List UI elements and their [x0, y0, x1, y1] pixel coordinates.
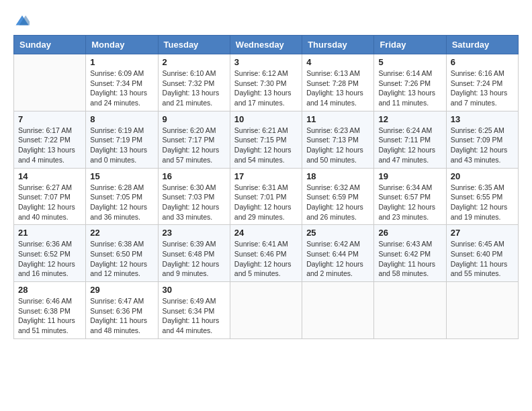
- day-info: Sunrise: 6:13 AMSunset: 7:28 PMDaylight:…: [306, 68, 369, 108]
- day-number: 30: [163, 285, 226, 295]
- day-number: 14: [18, 171, 81, 181]
- day-info: Sunrise: 6:39 AMSunset: 6:48 PMDaylight:…: [163, 239, 226, 279]
- calendar-day-cell: 2Sunrise: 6:10 AMSunset: 7:32 PMDaylight…: [158, 54, 230, 111]
- day-number: 9: [163, 114, 226, 124]
- day-number: 18: [306, 171, 369, 181]
- day-number: 2: [163, 57, 226, 67]
- day-number: 29: [90, 285, 153, 295]
- day-number: 16: [163, 171, 226, 181]
- day-info: Sunrise: 6:14 AMSunset: 7:26 PMDaylight:…: [378, 68, 441, 108]
- calendar-day-cell: 1Sunrise: 6:09 AMSunset: 7:34 PMDaylight…: [86, 54, 158, 111]
- day-info: Sunrise: 6:17 AMSunset: 7:22 PMDaylight:…: [18, 126, 81, 165]
- calendar-day-cell: [14, 54, 86, 111]
- calendar-day-cell: 18Sunrise: 6:32 AMSunset: 6:59 PMDayligh…: [302, 168, 374, 225]
- calendar-day-cell: [302, 282, 374, 339]
- weekday-header-tuesday: Tuesday: [158, 36, 230, 54]
- day-info: Sunrise: 6:41 AMSunset: 6:46 PMDaylight:…: [234, 239, 298, 279]
- logo: [13, 13, 30, 28]
- calendar-week-row: 21Sunrise: 6:36 AMSunset: 6:52 PMDayligh…: [14, 225, 519, 282]
- day-number: 3: [234, 57, 298, 67]
- day-info: Sunrise: 6:19 AMSunset: 7:19 PMDaylight:…: [90, 126, 153, 165]
- day-number: 5: [378, 57, 441, 67]
- day-info: Sunrise: 6:45 AMSunset: 6:40 PMDaylight:…: [451, 239, 514, 279]
- page-header: [13, 13, 519, 28]
- calendar-day-cell: 10Sunrise: 6:21 AMSunset: 7:15 PMDayligh…: [230, 111, 302, 168]
- day-number: 28: [18, 285, 81, 295]
- calendar-day-cell: 8Sunrise: 6:19 AMSunset: 7:19 PMDaylight…: [86, 111, 158, 168]
- weekday-header-thursday: Thursday: [302, 36, 374, 54]
- calendar-day-cell: 19Sunrise: 6:34 AMSunset: 6:57 PMDayligh…: [374, 168, 446, 225]
- day-number: 8: [90, 114, 153, 124]
- day-info: Sunrise: 6:10 AMSunset: 7:32 PMDaylight:…: [163, 68, 226, 108]
- weekday-header-monday: Monday: [86, 36, 158, 54]
- day-number: 12: [378, 114, 441, 124]
- calendar-day-cell: 20Sunrise: 6:35 AMSunset: 6:55 PMDayligh…: [446, 168, 518, 225]
- calendar-day-cell: 27Sunrise: 6:45 AMSunset: 6:40 PMDayligh…: [446, 225, 518, 282]
- calendar-day-cell: 9Sunrise: 6:20 AMSunset: 7:17 PMDaylight…: [158, 111, 230, 168]
- day-number: 24: [234, 228, 298, 238]
- calendar-week-row: 14Sunrise: 6:27 AMSunset: 7:07 PMDayligh…: [14, 168, 519, 225]
- calendar-day-cell: 4Sunrise: 6:13 AMSunset: 7:28 PMDaylight…: [302, 54, 374, 111]
- calendar-day-cell: [446, 282, 518, 339]
- day-info: Sunrise: 6:27 AMSunset: 7:07 PMDaylight:…: [18, 183, 81, 222]
- day-number: 21: [18, 228, 81, 238]
- calendar-day-cell: 24Sunrise: 6:41 AMSunset: 6:46 PMDayligh…: [230, 225, 302, 282]
- calendar-day-cell: 7Sunrise: 6:17 AMSunset: 7:22 PMDaylight…: [14, 111, 86, 168]
- calendar-day-cell: 13Sunrise: 6:25 AMSunset: 7:09 PMDayligh…: [446, 111, 518, 168]
- day-info: Sunrise: 6:20 AMSunset: 7:17 PMDaylight:…: [163, 126, 226, 165]
- day-number: 25: [306, 228, 369, 238]
- day-number: 27: [451, 228, 514, 238]
- calendar-day-cell: 30Sunrise: 6:49 AMSunset: 6:34 PMDayligh…: [158, 282, 230, 339]
- calendar-week-row: 1Sunrise: 6:09 AMSunset: 7:34 PMDaylight…: [14, 54, 519, 111]
- calendar-day-cell: [230, 282, 302, 339]
- day-info: Sunrise: 6:12 AMSunset: 7:30 PMDaylight:…: [234, 68, 298, 108]
- day-info: Sunrise: 6:36 AMSunset: 6:52 PMDaylight:…: [18, 239, 81, 279]
- calendar-table: SundayMondayTuesdayWednesdayThursdayFrid…: [13, 35, 519, 339]
- day-info: Sunrise: 6:23 AMSunset: 7:13 PMDaylight:…: [306, 126, 369, 165]
- day-info: Sunrise: 6:34 AMSunset: 6:57 PMDaylight:…: [378, 183, 441, 222]
- calendar-day-cell: 28Sunrise: 6:46 AMSunset: 6:38 PMDayligh…: [14, 282, 86, 339]
- calendar-day-cell: 25Sunrise: 6:42 AMSunset: 6:44 PMDayligh…: [302, 225, 374, 282]
- day-info: Sunrise: 6:38 AMSunset: 6:50 PMDaylight:…: [90, 239, 153, 279]
- calendar-day-cell: 22Sunrise: 6:38 AMSunset: 6:50 PMDayligh…: [86, 225, 158, 282]
- day-number: 22: [90, 228, 153, 238]
- day-info: Sunrise: 6:09 AMSunset: 7:34 PMDaylight:…: [90, 68, 153, 108]
- calendar-day-cell: 17Sunrise: 6:31 AMSunset: 7:01 PMDayligh…: [230, 168, 302, 225]
- logo-icon: [15, 13, 30, 28]
- calendar-day-cell: 6Sunrise: 6:16 AMSunset: 7:24 PMDaylight…: [446, 54, 518, 111]
- calendar-day-cell: 26Sunrise: 6:43 AMSunset: 6:42 PMDayligh…: [374, 225, 446, 282]
- day-number: 11: [306, 114, 369, 124]
- calendar-day-cell: 5Sunrise: 6:14 AMSunset: 7:26 PMDaylight…: [374, 54, 446, 111]
- calendar-week-row: 7Sunrise: 6:17 AMSunset: 7:22 PMDaylight…: [14, 111, 519, 168]
- day-info: Sunrise: 6:28 AMSunset: 7:05 PMDaylight:…: [90, 183, 153, 222]
- day-number: 6: [451, 57, 514, 67]
- day-number: 17: [234, 171, 298, 181]
- day-info: Sunrise: 6:35 AMSunset: 6:55 PMDaylight:…: [451, 183, 514, 222]
- calendar-day-cell: 3Sunrise: 6:12 AMSunset: 7:30 PMDaylight…: [230, 54, 302, 111]
- calendar-day-cell: 14Sunrise: 6:27 AMSunset: 7:07 PMDayligh…: [14, 168, 86, 225]
- day-number: 10: [234, 114, 298, 124]
- day-info: Sunrise: 6:16 AMSunset: 7:24 PMDaylight:…: [451, 68, 514, 108]
- day-info: Sunrise: 6:30 AMSunset: 7:03 PMDaylight:…: [163, 183, 226, 222]
- day-info: Sunrise: 6:21 AMSunset: 7:15 PMDaylight:…: [234, 126, 298, 165]
- calendar-day-cell: 23Sunrise: 6:39 AMSunset: 6:48 PMDayligh…: [158, 225, 230, 282]
- calendar-day-cell: [374, 282, 446, 339]
- day-number: 7: [18, 114, 81, 124]
- calendar-day-cell: 12Sunrise: 6:24 AMSunset: 7:11 PMDayligh…: [374, 111, 446, 168]
- calendar-day-cell: 16Sunrise: 6:30 AMSunset: 7:03 PMDayligh…: [158, 168, 230, 225]
- day-info: Sunrise: 6:32 AMSunset: 6:59 PMDaylight:…: [306, 183, 369, 222]
- day-number: 13: [451, 114, 514, 124]
- day-info: Sunrise: 6:49 AMSunset: 6:34 PMDaylight:…: [163, 296, 226, 336]
- day-info: Sunrise: 6:43 AMSunset: 6:42 PMDaylight:…: [378, 239, 441, 279]
- day-number: 1: [90, 57, 153, 67]
- weekday-header-sunday: Sunday: [14, 36, 86, 54]
- calendar-day-cell: 21Sunrise: 6:36 AMSunset: 6:52 PMDayligh…: [14, 225, 86, 282]
- day-info: Sunrise: 6:47 AMSunset: 6:36 PMDaylight:…: [90, 296, 153, 336]
- calendar-header-row: SundayMondayTuesdayWednesdayThursdayFrid…: [14, 36, 519, 54]
- weekday-header-saturday: Saturday: [446, 36, 518, 54]
- day-info: Sunrise: 6:25 AMSunset: 7:09 PMDaylight:…: [451, 126, 514, 165]
- day-info: Sunrise: 6:46 AMSunset: 6:38 PMDaylight:…: [18, 296, 81, 336]
- day-info: Sunrise: 6:31 AMSunset: 7:01 PMDaylight:…: [234, 183, 298, 222]
- day-info: Sunrise: 6:24 AMSunset: 7:11 PMDaylight:…: [378, 126, 441, 165]
- weekday-header-wednesday: Wednesday: [230, 36, 302, 54]
